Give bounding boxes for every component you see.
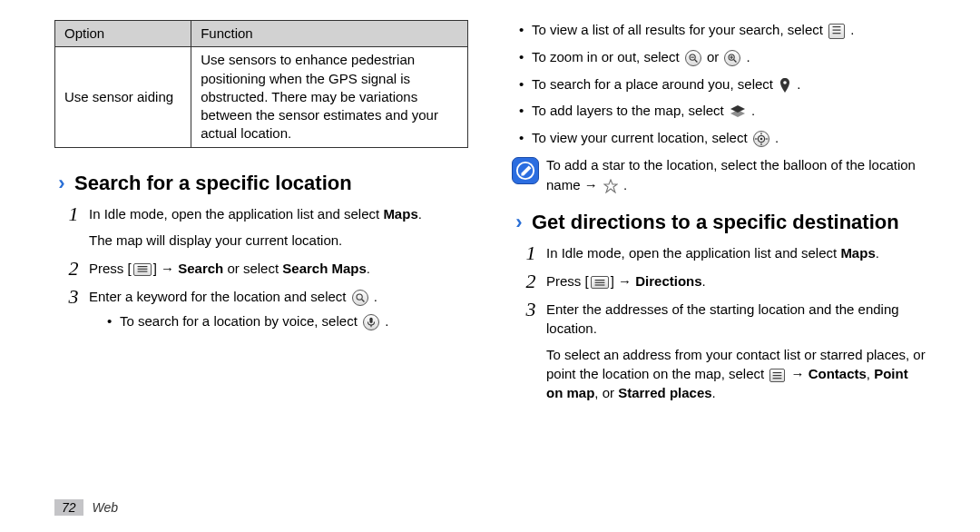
step-item: 1 In Idle mode, open the application lis… [71, 204, 468, 250]
bullet-item: To add layers to the map, select . [519, 101, 926, 121]
section-directions: › Get directions to a specific destinati… [512, 211, 926, 234]
right-column: To view a list of all results for your s… [512, 20, 926, 492]
steps-list: 1 In Idle mode, open the application lis… [528, 243, 926, 402]
section-label: Web [93, 500, 119, 515]
svg-marker-19 [730, 110, 745, 117]
table-header-function: Function [191, 21, 468, 47]
menu-key-icon [133, 263, 152, 276]
chevron-right-icon: › [512, 211, 526, 234]
note-box: To add a star to the location, select th… [512, 155, 926, 195]
section-heading: Search for a specific location [74, 172, 352, 195]
table-row: Use sensor aiding Use sensors to enhance… [55, 47, 468, 147]
page-number: 72 [54, 499, 83, 516]
my-location-icon [753, 131, 769, 147]
step-text: Enter a keyword for the location and sel… [89, 289, 350, 304]
svg-marker-27 [604, 180, 617, 192]
bullet-item: To view your current location, select . [519, 128, 926, 148]
bullet-item: To search for a location by voice, selec… [107, 311, 468, 330]
page-footer: 72 Web [54, 499, 118, 516]
star-icon [603, 179, 618, 193]
note-icon [512, 157, 539, 184]
microphone-icon [363, 314, 379, 330]
bullet-item: To view a list of all results for your s… [519, 20, 926, 40]
step-item: 1 In Idle mode, open the application lis… [528, 243, 926, 262]
list-results-icon [828, 24, 845, 39]
table-header-option: Option [55, 21, 191, 47]
menu-key-icon [591, 276, 609, 289]
svg-rect-5 [369, 317, 372, 322]
search-maps-label: Search Maps [282, 261, 367, 276]
bullet-list: To view a list of all results for your s… [519, 20, 926, 148]
bullet-item: To search for a place around you, select… [519, 74, 926, 94]
two-column-layout: Option Function Use sensor aiding Use se… [54, 20, 926, 492]
svg-point-17 [783, 81, 787, 84]
option-starred-places: Starred places [618, 385, 711, 400]
svg-line-16 [734, 60, 737, 63]
step-sub-text: The map will display your current locati… [89, 231, 468, 250]
zoom-out-icon [685, 50, 701, 66]
option-cell: Use sensor aiding [55, 47, 191, 147]
list-icon [769, 369, 785, 382]
step-text: Press [ [89, 261, 132, 276]
step-sub-text: To select an address from your contact l… [546, 345, 926, 402]
bullet-item: To zoom in or out, select or . [519, 47, 926, 67]
svg-point-3 [357, 294, 362, 300]
option-contacts: Contacts [808, 366, 867, 381]
step-item: 3 Enter a keyword for the location and s… [71, 287, 468, 330]
note-text: To add a star to the location, select th… [546, 155, 926, 195]
zoom-in-icon [724, 50, 740, 66]
function-cell: Use sensors to enhance pedestrian positi… [191, 47, 468, 147]
menu-directions: Directions [635, 273, 701, 289]
bullet-list: To search for a location by voice, selec… [107, 311, 468, 330]
chevron-right-icon: › [54, 172, 69, 195]
svg-line-12 [695, 60, 698, 63]
menu-search: Search [178, 261, 223, 276]
step-item: 2 Press [ ] → Search or select Search Ma… [71, 259, 468, 278]
layers-icon [730, 104, 746, 119]
step-item: 3 Enter the addresses of the starting lo… [528, 300, 926, 402]
search-icon [352, 290, 368, 306]
step-text: In Idle mode, open the application list … [89, 206, 383, 222]
section-search-location: › Search for a specific location [54, 172, 468, 195]
section-heading: Get directions to a specific destination [532, 211, 899, 234]
svg-point-21 [760, 138, 762, 141]
steps-list: 1 In Idle mode, open the application lis… [71, 204, 468, 330]
left-column: Option Function Use sensor aiding Use se… [54, 20, 468, 492]
options-table: Option Function Use sensor aiding Use se… [54, 20, 468, 148]
step-item: 2 Press [ ] → Directions. [528, 271, 926, 291]
app-name-maps: Maps [840, 245, 875, 261]
app-name-maps: Maps [383, 206, 417, 222]
places-icon [779, 77, 791, 94]
svg-line-4 [361, 299, 364, 301]
